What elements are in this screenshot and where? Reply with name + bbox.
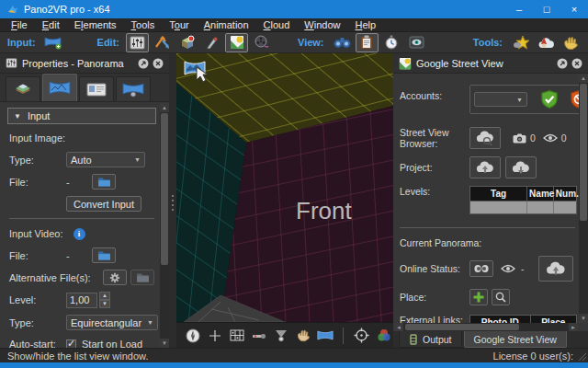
external-links-label: External Links: xyxy=(400,315,469,323)
maximize-button[interactable]: □ xyxy=(533,0,560,18)
video-type-select[interactable]: Equirectangular ▼ xyxy=(66,315,158,330)
compass-button[interactable] xyxy=(184,326,203,346)
levels-col-tag[interactable]: Tag xyxy=(470,187,527,201)
scroll-up-icon[interactable]: ▲ xyxy=(160,103,169,112)
level-value[interactable]: 1,00 xyxy=(66,293,97,308)
tab-output[interactable]: Output xyxy=(399,331,462,348)
patch-tool-button[interactable] xyxy=(175,33,198,52)
online-status-toggle-button[interactable] xyxy=(469,260,493,277)
download-project-button[interactable] xyxy=(505,156,537,178)
garden-gnome-cloud-button[interactable] xyxy=(534,33,557,52)
publish-tool-button[interactable] xyxy=(559,33,582,52)
video-editor-button[interactable] xyxy=(250,33,273,52)
panel-splitter[interactable] xyxy=(169,53,176,348)
tab-google-street-view[interactable]: Google Street View xyxy=(464,331,567,348)
video-type-label: Type: xyxy=(9,317,66,328)
input-type-select[interactable]: Auto ▼ xyxy=(66,152,145,167)
scroll-down-icon[interactable]: ▼ xyxy=(579,314,588,323)
add-input-panorama-button[interactable] xyxy=(42,33,65,52)
list-view-button[interactable] xyxy=(356,33,379,52)
menu-animation[interactable]: Animation xyxy=(197,18,256,32)
viewport[interactable]: Front xyxy=(176,53,393,348)
external-links-table[interactable]: Photo ID Place xyxy=(469,315,577,323)
external-links-col-place[interactable]: Place xyxy=(531,316,576,323)
menu-tools[interactable]: Tools xyxy=(124,18,163,32)
animation-timeline-button[interactable] xyxy=(380,33,403,52)
minimize-button[interactable]: – xyxy=(505,0,533,18)
external-links-col-photo-id[interactable]: Photo ID xyxy=(470,316,531,323)
properties-scrollbar[interactable]: ▲ ▼ xyxy=(160,103,169,348)
street-view-browser-button[interactable] xyxy=(469,127,501,149)
levels-col-num[interactable]: Num. xyxy=(554,187,576,201)
account-valid-shield-icon[interactable] xyxy=(540,90,559,109)
search-place-button[interactable] xyxy=(492,289,510,305)
tab-user-data[interactable] xyxy=(6,76,40,101)
tab-output-panorama[interactable] xyxy=(116,76,151,101)
menu-help[interactable]: Help xyxy=(348,18,384,32)
info-icon[interactable]: i xyxy=(74,228,85,240)
crosshair-button[interactable] xyxy=(206,326,225,346)
tab-metadata[interactable] xyxy=(79,76,114,101)
show-properties-button[interactable] xyxy=(126,33,149,52)
close-panel-icon[interactable] xyxy=(571,58,582,69)
upload-panorama-button[interactable] xyxy=(538,256,573,282)
float-panel-icon[interactable] xyxy=(557,58,568,69)
menu-cloud[interactable]: Cloud xyxy=(256,18,298,32)
levels-empty-row[interactable] xyxy=(470,201,576,213)
stopwatch-icon xyxy=(384,35,399,50)
scroll-thumb[interactable] xyxy=(405,324,519,330)
menu-edit[interactable]: Edit xyxy=(35,18,67,32)
levels-col-name[interactable]: Name xyxy=(527,187,554,201)
convert-input-button[interactable]: Convert Input xyxy=(66,196,141,212)
preview-button[interactable] xyxy=(331,33,354,52)
modify-tool-button[interactable] xyxy=(250,326,269,346)
open-video-file-button[interactable] xyxy=(92,247,116,263)
levels-table[interactable]: Tag Name Num. xyxy=(469,186,577,214)
alt-files-settings-button[interactable] xyxy=(103,270,127,285)
float-panel-icon[interactable] xyxy=(138,58,149,69)
viewport-canvas[interactable]: Front xyxy=(176,53,393,322)
level-spinner[interactable]: 1,00 ▲▼ xyxy=(66,292,110,308)
pan-tool-button[interactable] xyxy=(293,326,312,346)
toolbar-separator xyxy=(343,328,344,344)
menu-file[interactable]: File xyxy=(4,18,35,32)
level-tool-icon xyxy=(252,330,267,341)
color-channels-button[interactable] xyxy=(374,326,393,346)
seam-editor-button[interactable] xyxy=(200,33,223,52)
menu-elements[interactable]: Elements xyxy=(67,18,124,32)
grid-toggle-button[interactable] xyxy=(228,326,247,346)
spin-down-icon[interactable]: ▼ xyxy=(99,300,110,308)
input-section-header[interactable]: ▼ Input xyxy=(7,108,156,124)
menu-window[interactable]: Window xyxy=(297,18,347,32)
gsv-horizontal-scrollbar[interactable]: ◄ ► xyxy=(394,323,578,331)
gsv-scrollbar[interactable]: ▲ ▼ xyxy=(579,74,588,323)
account-invalid-shield-icon[interactable] xyxy=(570,90,579,109)
scroll-right-icon[interactable]: ► xyxy=(569,323,578,331)
clipboard-icon xyxy=(360,35,373,50)
start-on-load-checkbox[interactable] xyxy=(66,339,76,349)
scroll-down-icon[interactable]: ▼ xyxy=(160,339,169,348)
scroll-up-icon[interactable]: ▲ xyxy=(579,74,588,83)
close-panel-icon[interactable] xyxy=(153,58,164,69)
tab-panorama[interactable] xyxy=(42,74,77,101)
upload-project-button[interactable] xyxy=(469,156,501,178)
scroll-thumb[interactable] xyxy=(580,84,587,221)
google-street-view-button[interactable] xyxy=(225,33,248,52)
close-button[interactable]: × xyxy=(560,0,588,18)
add-place-button[interactable] xyxy=(469,289,488,305)
tour-browser-button[interactable] xyxy=(151,33,174,52)
accounts-label: Accounts: xyxy=(400,90,469,101)
scroll-left-icon[interactable]: ◄ xyxy=(394,323,403,331)
magic-tool-button[interactable] xyxy=(509,33,532,52)
projection-button[interactable] xyxy=(272,326,291,346)
open-file-button[interactable] xyxy=(92,174,116,190)
panorama-view-button[interactable] xyxy=(315,326,334,346)
alt-files-open-button[interactable] xyxy=(130,270,154,285)
viewer-output-button[interactable] xyxy=(405,33,428,52)
accounts-select[interactable]: ▼ xyxy=(474,92,527,107)
panorama-thumbnail[interactable] xyxy=(184,60,213,84)
scroll-thumb[interactable] xyxy=(161,113,168,265)
spin-up-icon[interactable]: ▲ xyxy=(99,292,110,300)
menu-tour[interactable]: Tour xyxy=(162,18,196,32)
center-view-button[interactable] xyxy=(352,326,371,346)
